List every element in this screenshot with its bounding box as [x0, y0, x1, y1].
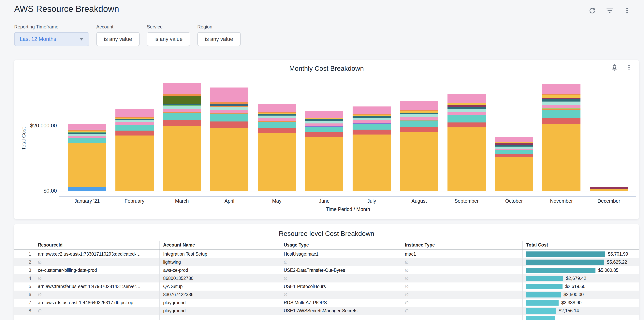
bar-segment-teal[interactable] — [542, 110, 580, 118]
bar-segment-pink[interactable] — [116, 122, 154, 125]
bar-segment-magenta[interactable] — [542, 191, 580, 191]
bar-segment-magenta[interactable] — [495, 191, 533, 191]
bar-segment-teal[interactable] — [210, 114, 248, 122]
bar-segment-teal[interactable] — [448, 115, 486, 122]
bar-segment-magenta[interactable] — [258, 191, 296, 191]
bar-april[interactable] — [206, 60, 253, 191]
stacked-bar[interactable] — [305, 111, 343, 191]
stacked-bar[interactable] — [542, 84, 580, 191]
service-filter-chip[interactable]: is any value — [147, 32, 190, 46]
bar-segment-yellow[interactable] — [542, 95, 580, 98]
bar-segment-pink[interactable] — [448, 94, 486, 103]
bar-segment-amber[interactable] — [210, 128, 248, 191]
stacked-bar[interactable] — [258, 104, 296, 191]
bar-segment-orange[interactable] — [163, 94, 201, 96]
bar-segment-pink[interactable] — [68, 136, 106, 138]
bar-segment-pink[interactable] — [448, 112, 486, 115]
bar-segment-pink[interactable] — [116, 109, 154, 117]
bar-may[interactable] — [253, 60, 300, 191]
bar-segment-pale_cyan[interactable] — [352, 118, 391, 120]
bar-segment-teal[interactable] — [68, 138, 106, 143]
bar-segment-magenta[interactable] — [352, 191, 391, 191]
bar-segment-dark_teal[interactable] — [305, 119, 343, 121]
bar-segment-amber[interactable] — [542, 124, 580, 191]
bar-segment-pink[interactable] — [495, 137, 533, 142]
bar-segment-pale_cyan[interactable] — [400, 114, 438, 117]
bar-segment-amber[interactable] — [116, 136, 154, 191]
bar-segment-pale_cyan[interactable] — [542, 102, 580, 105]
bar-segment-maroon[interactable] — [448, 105, 486, 107]
bar-segment-orange[interactable] — [210, 102, 248, 104]
bar-segment-magenta[interactable] — [116, 191, 154, 191]
bar-january-21[interactable] — [63, 60, 111, 191]
bar-segment-dark_teal[interactable] — [495, 145, 533, 147]
bar-october[interactable] — [490, 60, 538, 191]
bar-segment-dark_teal[interactable] — [68, 133, 106, 134]
account-filter-chip[interactable]: is any value — [96, 32, 140, 46]
region-filter-chip[interactable]: is any value — [197, 32, 241, 46]
bar-segment-dark_teal[interactable] — [448, 107, 486, 109]
bar-february[interactable] — [111, 60, 158, 191]
bar-segment-magenta[interactable] — [448, 191, 486, 191]
bar-segment-amber[interactable] — [495, 157, 533, 191]
bar-segment-pink[interactable] — [542, 105, 580, 108]
bar-segment-red[interactable] — [448, 122, 486, 127]
stacked-bar[interactable] — [495, 137, 533, 191]
bar-segment-amber[interactable] — [305, 137, 343, 191]
bar-segment-pink[interactable] — [68, 124, 106, 130]
bar-segment-red[interactable] — [400, 127, 438, 132]
reporting-timeframe-dropdown[interactable]: Last 12 Months — [14, 32, 89, 46]
bar-segment-pale_cyan[interactable] — [163, 106, 201, 109]
bar-segment-pale_cyan[interactable] — [495, 147, 533, 149]
bar-segment-teal[interactable] — [116, 125, 154, 131]
bar-segment-pink[interactable] — [210, 88, 248, 102]
stacked-bar[interactable] — [163, 83, 201, 191]
bar-segment-pink[interactable] — [400, 101, 438, 110]
bar-segment-red[interactable] — [495, 154, 533, 157]
bar-segment-magenta[interactable] — [210, 191, 248, 191]
bar-segment-red[interactable] — [305, 132, 343, 137]
bar-july[interactable] — [348, 60, 396, 191]
bar-segment-dark_teal[interactable] — [542, 99, 580, 102]
column-header-total-cost[interactable]: Total Cost — [522, 241, 639, 249]
bar-segment-pale_cyan[interactable] — [258, 116, 296, 119]
bar-segment-amber[interactable] — [590, 189, 628, 191]
bar-august[interactable] — [396, 60, 443, 191]
bar-segment-pink[interactable] — [163, 83, 201, 94]
bar-segment-pink[interactable] — [352, 107, 391, 114]
bar-segment-maroon[interactable] — [495, 143, 533, 145]
bar-segment-pink[interactable] — [352, 120, 391, 123]
bar-segment-teal[interactable] — [305, 127, 343, 132]
bar-segment-red[interactable] — [352, 130, 391, 135]
bar-segment-amber[interactable] — [258, 133, 296, 191]
bar-march[interactable] — [158, 60, 206, 191]
stacked-bar[interactable] — [210, 88, 248, 191]
bar-segment-amber[interactable] — [68, 143, 106, 187]
bar-segment-orange[interactable] — [68, 130, 106, 131]
column-header-usage-type[interactable]: Usage Type — [280, 241, 401, 249]
bar-segment-amber[interactable] — [448, 127, 486, 191]
bar-september[interactable] — [443, 60, 490, 191]
stacked-bar[interactable] — [400, 101, 438, 191]
bar-segment-teal[interactable] — [352, 124, 391, 130]
bar-segment-teal[interactable] — [400, 121, 438, 127]
bar-june[interactable] — [300, 60, 348, 191]
column-header-resourceid[interactable]: ResourceId — [34, 241, 159, 249]
bar-segment-magenta[interactable] — [163, 191, 201, 191]
stacked-bar[interactable] — [352, 107, 391, 191]
stacked-bar[interactable] — [116, 109, 154, 191]
bar-segment-teal[interactable] — [258, 122, 296, 128]
dashboard-filters-button[interactable] — [605, 6, 614, 15]
dashboard-more-button[interactable] — [623, 6, 631, 15]
bar-segment-pink[interactable] — [258, 104, 296, 112]
bar-segment-amber[interactable] — [352, 135, 391, 191]
bar-segment-pink[interactable] — [210, 110, 248, 113]
bar-segment-pink[interactable] — [305, 123, 343, 126]
bar-segment-orange[interactable] — [116, 117, 154, 118]
bar-segment-maroon[interactable] — [590, 187, 628, 189]
bar-segment-red[interactable] — [258, 128, 296, 133]
bar-segment-blue[interactable] — [68, 187, 106, 191]
bar-segment-magenta[interactable] — [305, 191, 343, 191]
bar-segment-magenta[interactable] — [68, 191, 106, 191]
bar-segment-pink[interactable] — [305, 111, 343, 118]
